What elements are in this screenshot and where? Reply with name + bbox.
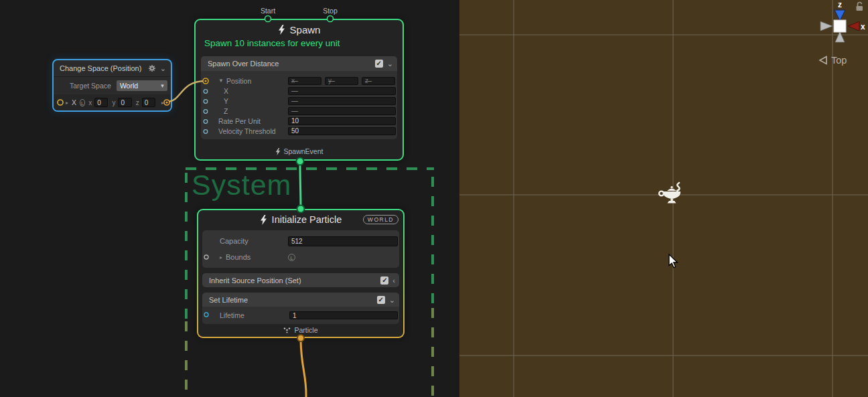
axis-cone-bottom[interactable] [835, 31, 845, 42]
target-space-label: Target Space [70, 82, 111, 90]
system-border-left [185, 173, 188, 321]
scene-view-panel[interactable]: z x Top [459, 0, 868, 397]
block-title: Inherit Source Position (Set) [209, 276, 301, 285]
lock-icon[interactable] [857, 2, 863, 11]
gizmo-cube[interactable] [834, 20, 846, 32]
system-group-label: System [192, 169, 291, 202]
initialize-output-row: Particle [198, 326, 403, 334]
y-row: Y — [201, 96, 396, 106]
system-border-top [186, 167, 434, 170]
x-value-field[interactable]: 0 [94, 98, 108, 107]
graph-editor-panel[interactable]: Start Stop System Change Space (Position… [0, 0, 459, 397]
x-axis-cone[interactable] [848, 21, 859, 31]
y-value-field[interactable]: — [288, 97, 396, 105]
position-x-field[interactable]: x — [288, 77, 321, 85]
change-space-node[interactable]: Change Space (Position) ⌄ Target Space W… [52, 59, 172, 112]
expander-icon[interactable]: ▼ [218, 78, 224, 84]
lifetime-field[interactable]: 1 [289, 311, 398, 319]
velocity-threshold-row: Velocity Threshold 50 [201, 126, 396, 136]
capacity-row: Capacity 512 [202, 233, 399, 249]
x-prefix: x [88, 99, 92, 106]
rate-per-unit-field[interactable]: 10 [288, 117, 396, 125]
block-title: Spawn Over Distance [208, 60, 279, 68]
position-y-field[interactable]: y — [325, 77, 358, 85]
axis-cone-left[interactable] [820, 21, 833, 31]
capacity-field[interactable]: 512 [288, 236, 398, 246]
x-row: X — [201, 86, 396, 96]
change-space-title-bar[interactable]: Change Space (Position) ⌄ [54, 60, 171, 77]
z-value-field[interactable]: — [288, 107, 396, 115]
position-row: ▼ Position x — y — z — [201, 76, 396, 86]
chevron-down-icon[interactable]: ⌄ [160, 65, 166, 72]
z-axis-cone[interactable] [835, 10, 845, 21]
chevron-down-icon[interactable]: ⌄ [387, 60, 393, 67]
stop-port-label: Stop [323, 7, 338, 15]
lightning-icon [278, 25, 285, 35]
z-row: Z — [201, 106, 396, 116]
local-space-icon[interactable]: L [80, 99, 85, 106]
y-value-field[interactable]: 0 [118, 98, 131, 107]
system-border-left-lower [185, 321, 188, 397]
spawn-title-row: Spawn [196, 24, 403, 35]
view-arrow-icon[interactable] [820, 57, 826, 64]
y-prefix: y [112, 99, 115, 106]
input-triangle-icon: ▸ [66, 100, 68, 106]
rate-per-unit-row: Rate Per Unit 10 [201, 116, 396, 126]
inherit-source-position-block[interactable]: Inherit Source Position (Set) ✓ ‹ [202, 273, 399, 287]
spawn-over-distance-block[interactable]: Spawn Over Distance ✓ ⌄ ▼ Position x — [201, 56, 397, 139]
local-space-icon[interactable]: L [288, 254, 295, 261]
x-value-field[interactable]: — [288, 87, 396, 95]
block-enabled-checkbox[interactable]: ✓ [377, 296, 385, 304]
initialize-output-label: Particle [294, 326, 317, 334]
system-border-right [431, 177, 434, 308]
position-z-field[interactable]: z — [362, 77, 395, 85]
output-triangle-icon: ▸ [161, 100, 164, 106]
chevron-down-icon[interactable]: ⌄ [389, 297, 395, 303]
bounds-row: ▸ Bounds L [202, 249, 399, 265]
initialize-settings: Capacity 512 ▸ Bounds L [202, 230, 399, 268]
block-title: Set Lifetime [209, 296, 248, 304]
initialize-particle-node[interactable]: Initialize Particle WORLD Capacity 512 ▸… [197, 209, 405, 338]
z-prefix: z [136, 99, 139, 106]
spawn-output-label: SpawnEvent [284, 147, 323, 155]
dropdown-arrow-icon: ▾ [161, 82, 164, 89]
block-header[interactable]: Spawn Over Distance ✓ ⌄ [201, 56, 397, 71]
block-enabled-checkbox[interactable]: ✓ [380, 276, 388, 285]
view-label-text[interactable]: Top [831, 55, 847, 66]
view-orientation-label[interactable]: Top [820, 55, 847, 66]
velocity-threshold-field[interactable]: 50 [288, 127, 396, 135]
scene-grid [459, 0, 868, 397]
gear-icon[interactable] [148, 64, 156, 72]
set-lifetime-block[interactable]: Set Lifetime ✓ ⌄ Lifetime 1 [202, 293, 399, 324]
change-space-title: Change Space (Position) [60, 64, 141, 72]
lightning-icon [275, 148, 281, 155]
spawn-context-node[interactable]: Spawn Spawn 10 instances for every unit … [194, 19, 404, 161]
world-space-badge[interactable]: WORLD [363, 215, 399, 224]
bounds-expander-icon[interactable]: ▸ [220, 254, 222, 260]
input-name: X [72, 98, 76, 106]
wire-particle-output[interactable] [301, 338, 306, 397]
change-space-io-row: ▸ X L x 0 y 0 z 0 ▸ [54, 94, 171, 110]
chevron-left-icon[interactable]: ‹ [392, 277, 395, 284]
x-axis-label: x [861, 22, 865, 31]
particle-icon [283, 327, 291, 333]
lightning-icon [260, 215, 267, 225]
block-enabled-checkbox[interactable]: ✓ [375, 60, 383, 68]
lamp-gizmo-icon[interactable] [659, 183, 680, 204]
lifetime-row: Lifetime 1 [202, 310, 399, 321]
spawn-subtitle: Spawn 10 instances for every unit [204, 38, 403, 48]
z-axis-label: z [838, 0, 842, 9]
target-space-value: World [120, 82, 138, 90]
spawn-title: Spawn [290, 24, 321, 35]
target-space-dropdown[interactable]: World ▾ [117, 80, 167, 91]
spawn-output-row: SpawnEvent [196, 147, 403, 155]
start-port-label: Start [261, 7, 275, 15]
initialize-title: Initialize Particle [272, 214, 342, 225]
vfx-graph-window: Start Stop System Change Space (Position… [0, 0, 868, 397]
z-value-field[interactable]: 0 [142, 98, 155, 107]
system-border-right-lower [431, 308, 434, 397]
